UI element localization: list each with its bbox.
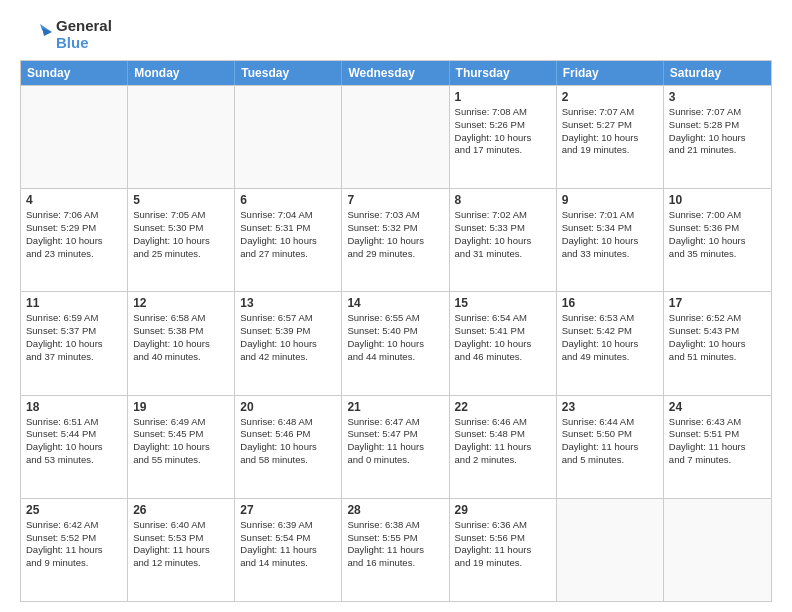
day-info: Sunrise: 6:54 AM Sunset: 5:41 PM Dayligh… bbox=[455, 312, 551, 363]
day-cell-15: 15Sunrise: 6:54 AM Sunset: 5:41 PM Dayli… bbox=[450, 292, 557, 394]
day-number: 27 bbox=[240, 503, 336, 517]
empty-cell-w0-2 bbox=[235, 86, 342, 188]
day-cell-5: 5Sunrise: 7:05 AM Sunset: 5:30 PM Daylig… bbox=[128, 189, 235, 291]
day-number: 10 bbox=[669, 193, 766, 207]
day-info: Sunrise: 6:47 AM Sunset: 5:47 PM Dayligh… bbox=[347, 416, 443, 467]
day-info: Sunrise: 6:46 AM Sunset: 5:48 PM Dayligh… bbox=[455, 416, 551, 467]
day-cell-18: 18Sunrise: 6:51 AM Sunset: 5:44 PM Dayli… bbox=[21, 396, 128, 498]
day-number: 29 bbox=[455, 503, 551, 517]
page: General Blue SundayMondayTuesdayWednesda… bbox=[0, 0, 792, 612]
day-number: 5 bbox=[133, 193, 229, 207]
day-number: 8 bbox=[455, 193, 551, 207]
day-cell-2: 2Sunrise: 7:07 AM Sunset: 5:27 PM Daylig… bbox=[557, 86, 664, 188]
day-info: Sunrise: 6:59 AM Sunset: 5:37 PM Dayligh… bbox=[26, 312, 122, 363]
logo-container: General Blue bbox=[20, 16, 112, 52]
day-info: Sunrise: 6:52 AM Sunset: 5:43 PM Dayligh… bbox=[669, 312, 766, 363]
empty-cell-w0-1 bbox=[128, 86, 235, 188]
day-number: 12 bbox=[133, 296, 229, 310]
day-number: 1 bbox=[455, 90, 551, 104]
day-info: Sunrise: 6:51 AM Sunset: 5:44 PM Dayligh… bbox=[26, 416, 122, 467]
week-row-5: 25Sunrise: 6:42 AM Sunset: 5:52 PM Dayli… bbox=[21, 498, 771, 601]
day-info: Sunrise: 6:53 AM Sunset: 5:42 PM Dayligh… bbox=[562, 312, 658, 363]
day-info: Sunrise: 7:01 AM Sunset: 5:34 PM Dayligh… bbox=[562, 209, 658, 260]
day-number: 18 bbox=[26, 400, 122, 414]
day-info: Sunrise: 6:44 AM Sunset: 5:50 PM Dayligh… bbox=[562, 416, 658, 467]
week-row-2: 4Sunrise: 7:06 AM Sunset: 5:29 PM Daylig… bbox=[21, 188, 771, 291]
header-day-friday: Friday bbox=[557, 61, 664, 85]
day-info: Sunrise: 7:00 AM Sunset: 5:36 PM Dayligh… bbox=[669, 209, 766, 260]
logo-line1: General bbox=[56, 17, 112, 34]
day-number: 24 bbox=[669, 400, 766, 414]
day-number: 11 bbox=[26, 296, 122, 310]
day-cell-24: 24Sunrise: 6:43 AM Sunset: 5:51 PM Dayli… bbox=[664, 396, 771, 498]
day-number: 21 bbox=[347, 400, 443, 414]
day-number: 4 bbox=[26, 193, 122, 207]
day-info: Sunrise: 6:58 AM Sunset: 5:38 PM Dayligh… bbox=[133, 312, 229, 363]
day-cell-21: 21Sunrise: 6:47 AM Sunset: 5:47 PM Dayli… bbox=[342, 396, 449, 498]
logo-text: General Blue bbox=[56, 17, 112, 52]
day-info: Sunrise: 7:02 AM Sunset: 5:33 PM Dayligh… bbox=[455, 209, 551, 260]
day-cell-17: 17Sunrise: 6:52 AM Sunset: 5:43 PM Dayli… bbox=[664, 292, 771, 394]
day-number: 23 bbox=[562, 400, 658, 414]
day-info: Sunrise: 6:43 AM Sunset: 5:51 PM Dayligh… bbox=[669, 416, 766, 467]
header-day-saturday: Saturday bbox=[664, 61, 771, 85]
day-cell-4: 4Sunrise: 7:06 AM Sunset: 5:29 PM Daylig… bbox=[21, 189, 128, 291]
day-cell-9: 9Sunrise: 7:01 AM Sunset: 5:34 PM Daylig… bbox=[557, 189, 664, 291]
logo-line2: Blue bbox=[56, 34, 112, 51]
day-number: 7 bbox=[347, 193, 443, 207]
week-row-4: 18Sunrise: 6:51 AM Sunset: 5:44 PM Dayli… bbox=[21, 395, 771, 498]
day-number: 15 bbox=[455, 296, 551, 310]
day-number: 9 bbox=[562, 193, 658, 207]
day-cell-20: 20Sunrise: 6:48 AM Sunset: 5:46 PM Dayli… bbox=[235, 396, 342, 498]
day-cell-23: 23Sunrise: 6:44 AM Sunset: 5:50 PM Dayli… bbox=[557, 396, 664, 498]
day-cell-25: 25Sunrise: 6:42 AM Sunset: 5:52 PM Dayli… bbox=[21, 499, 128, 601]
day-info: Sunrise: 6:39 AM Sunset: 5:54 PM Dayligh… bbox=[240, 519, 336, 570]
day-info: Sunrise: 6:55 AM Sunset: 5:40 PM Dayligh… bbox=[347, 312, 443, 363]
day-number: 28 bbox=[347, 503, 443, 517]
day-cell-19: 19Sunrise: 6:49 AM Sunset: 5:45 PM Dayli… bbox=[128, 396, 235, 498]
header-day-thursday: Thursday bbox=[450, 61, 557, 85]
day-cell-16: 16Sunrise: 6:53 AM Sunset: 5:42 PM Dayli… bbox=[557, 292, 664, 394]
day-info: Sunrise: 6:57 AM Sunset: 5:39 PM Dayligh… bbox=[240, 312, 336, 363]
week-row-3: 11Sunrise: 6:59 AM Sunset: 5:37 PM Dayli… bbox=[21, 291, 771, 394]
logo-bird-icon bbox=[20, 16, 52, 52]
header: General Blue bbox=[20, 16, 772, 52]
day-info: Sunrise: 6:48 AM Sunset: 5:46 PM Dayligh… bbox=[240, 416, 336, 467]
day-cell-26: 26Sunrise: 6:40 AM Sunset: 5:53 PM Dayli… bbox=[128, 499, 235, 601]
day-info: Sunrise: 7:06 AM Sunset: 5:29 PM Dayligh… bbox=[26, 209, 122, 260]
day-info: Sunrise: 6:38 AM Sunset: 5:55 PM Dayligh… bbox=[347, 519, 443, 570]
logo: General Blue bbox=[20, 16, 112, 52]
day-number: 25 bbox=[26, 503, 122, 517]
day-cell-3: 3Sunrise: 7:07 AM Sunset: 5:28 PM Daylig… bbox=[664, 86, 771, 188]
day-info: Sunrise: 6:49 AM Sunset: 5:45 PM Dayligh… bbox=[133, 416, 229, 467]
day-cell-14: 14Sunrise: 6:55 AM Sunset: 5:40 PM Dayli… bbox=[342, 292, 449, 394]
day-info: Sunrise: 6:36 AM Sunset: 5:56 PM Dayligh… bbox=[455, 519, 551, 570]
header-day-tuesday: Tuesday bbox=[235, 61, 342, 85]
week-row-1: 1Sunrise: 7:08 AM Sunset: 5:26 PM Daylig… bbox=[21, 85, 771, 188]
day-info: Sunrise: 7:03 AM Sunset: 5:32 PM Dayligh… bbox=[347, 209, 443, 260]
day-number: 2 bbox=[562, 90, 658, 104]
day-cell-7: 7Sunrise: 7:03 AM Sunset: 5:32 PM Daylig… bbox=[342, 189, 449, 291]
day-cell-27: 27Sunrise: 6:39 AM Sunset: 5:54 PM Dayli… bbox=[235, 499, 342, 601]
empty-cell-w0-0 bbox=[21, 86, 128, 188]
empty-cell-w0-3 bbox=[342, 86, 449, 188]
day-info: Sunrise: 7:04 AM Sunset: 5:31 PM Dayligh… bbox=[240, 209, 336, 260]
day-cell-28: 28Sunrise: 6:38 AM Sunset: 5:55 PM Dayli… bbox=[342, 499, 449, 601]
day-cell-10: 10Sunrise: 7:00 AM Sunset: 5:36 PM Dayli… bbox=[664, 189, 771, 291]
calendar-body: 1Sunrise: 7:08 AM Sunset: 5:26 PM Daylig… bbox=[21, 85, 771, 601]
day-number: 20 bbox=[240, 400, 336, 414]
day-info: Sunrise: 7:05 AM Sunset: 5:30 PM Dayligh… bbox=[133, 209, 229, 260]
calendar: SundayMondayTuesdayWednesdayThursdayFrid… bbox=[20, 60, 772, 602]
day-cell-22: 22Sunrise: 6:46 AM Sunset: 5:48 PM Dayli… bbox=[450, 396, 557, 498]
day-cell-11: 11Sunrise: 6:59 AM Sunset: 5:37 PM Dayli… bbox=[21, 292, 128, 394]
day-info: Sunrise: 7:07 AM Sunset: 5:28 PM Dayligh… bbox=[669, 106, 766, 157]
day-info: Sunrise: 6:40 AM Sunset: 5:53 PM Dayligh… bbox=[133, 519, 229, 570]
day-cell-29: 29Sunrise: 6:36 AM Sunset: 5:56 PM Dayli… bbox=[450, 499, 557, 601]
empty-cell-w4-6 bbox=[664, 499, 771, 601]
day-cell-8: 8Sunrise: 7:02 AM Sunset: 5:33 PM Daylig… bbox=[450, 189, 557, 291]
day-number: 16 bbox=[562, 296, 658, 310]
day-info: Sunrise: 7:08 AM Sunset: 5:26 PM Dayligh… bbox=[455, 106, 551, 157]
calendar-header: SundayMondayTuesdayWednesdayThursdayFrid… bbox=[21, 61, 771, 85]
day-info: Sunrise: 7:07 AM Sunset: 5:27 PM Dayligh… bbox=[562, 106, 658, 157]
header-day-monday: Monday bbox=[128, 61, 235, 85]
